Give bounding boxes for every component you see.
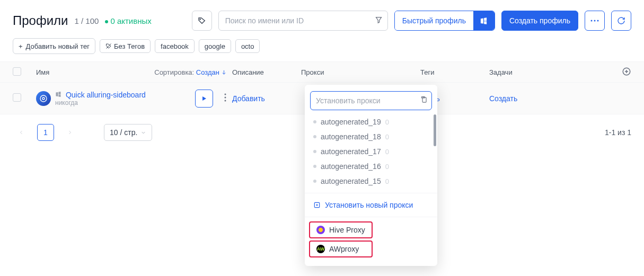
svg-point-8 — [225, 93, 226, 95]
page-number[interactable]: 1 — [37, 124, 54, 141]
pager-summary: 1-1 из 1 — [605, 128, 631, 137]
tag-chip[interactable]: facebook — [155, 39, 195, 53]
active-count: 0 активных — [105, 16, 151, 25]
refresh-button[interactable] — [611, 11, 631, 31]
col-tasks: Задачи — [489, 68, 615, 76]
chevron-down-icon — [140, 130, 146, 136]
svg-point-3 — [597, 20, 599, 22]
proxy-item[interactable]: autogenerated_180 — [305, 129, 437, 144]
add-description-link[interactable]: Добавить — [232, 94, 265, 103]
plus-circle-icon — [622, 67, 631, 76]
prev-page-button[interactable] — [13, 124, 30, 141]
play-button[interactable] — [195, 90, 213, 108]
svg-point-0 — [200, 19, 200, 20]
add-tag-button[interactable]: + Добавить новый тег — [13, 38, 95, 54]
arrow-down-icon — [221, 69, 227, 75]
row-more-button[interactable] — [218, 90, 232, 108]
tag-filter-icon-button[interactable] — [192, 11, 212, 31]
filter-icon[interactable] — [375, 16, 383, 25]
browser-icon — [36, 91, 51, 106]
proxy-item[interactable]: autogenerated_190 — [305, 114, 437, 129]
col-name: Имя — [36, 68, 49, 76]
chevron-right-icon — [67, 129, 73, 136]
scrollbar[interactable] — [434, 114, 436, 146]
row-checkbox[interactable] — [13, 93, 21, 102]
dots-vertical-icon — [224, 93, 226, 102]
quick-profile-button[interactable]: Быстрый профиль — [395, 11, 473, 30]
plus-icon: + — [19, 42, 23, 50]
more-options-button[interactable] — [585, 11, 605, 31]
svg-point-1 — [591, 20, 593, 22]
quick-profile-segment: Быстрый профиль — [394, 11, 495, 31]
tag-chip-no-tags[interactable]: Без Тегов — [100, 39, 151, 53]
tag-icon — [198, 16, 206, 25]
proxy-item[interactable]: autogenerated_170 — [305, 144, 437, 150]
sort-value[interactable]: Создан — [196, 68, 227, 76]
quick-profile-os-button[interactable] — [473, 11, 495, 30]
profile-subtext: никогда — [55, 99, 146, 106]
search-input[interactable] — [218, 11, 388, 31]
tag-chip[interactable]: octo — [235, 39, 260, 53]
windows-icon — [55, 91, 64, 99]
col-tags: Теги — [420, 68, 489, 76]
col-description: Описание — [232, 68, 301, 76]
page-title: Профили — [13, 13, 68, 28]
svg-point-7 — [42, 97, 45, 100]
per-page-select[interactable]: 10 / стр. — [104, 124, 152, 141]
add-column-button[interactable] — [622, 67, 631, 78]
select-all-checkbox[interactable] — [13, 67, 21, 76]
next-page-button[interactable] — [61, 124, 78, 141]
paste-icon[interactable] — [420, 96, 428, 105]
no-tag-icon — [105, 43, 112, 49]
dots-icon — [590, 20, 599, 22]
col-proxy: Прокси — [301, 68, 420, 76]
svg-point-6 — [40, 95, 47, 102]
tag-chip[interactable]: google — [199, 39, 231, 53]
profile-name-link[interactable]: Quick alluring-sideboard — [66, 91, 146, 99]
sort-label: Сортировка: — [154, 68, 194, 76]
proxy-search-input[interactable] — [310, 91, 432, 110]
profiles-count: 1 / 100 — [75, 16, 99, 25]
svg-point-10 — [225, 100, 226, 101]
chevron-left-icon — [18, 129, 24, 136]
play-icon — [201, 95, 207, 102]
refresh-icon — [617, 16, 625, 25]
proxy-dropdown: autogenerated_190 autogenerated_180 auto… — [305, 85, 437, 150]
windows-icon — [480, 17, 488, 25]
svg-point-9 — [225, 96, 226, 98]
create-task-link[interactable]: Создать — [489, 94, 517, 103]
svg-point-2 — [594, 20, 596, 22]
create-profile-button[interactable]: Создать профиль — [501, 11, 578, 31]
